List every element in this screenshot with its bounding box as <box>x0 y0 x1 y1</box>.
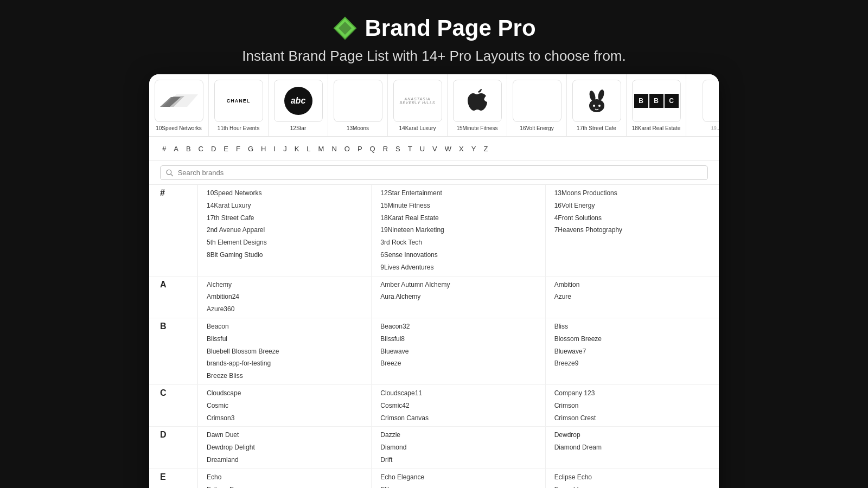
alpha-a[interactable]: A <box>171 144 181 154</box>
list-item[interactable]: Azure360 <box>207 303 362 316</box>
alpha-r[interactable]: R <box>381 144 390 154</box>
list-item[interactable]: Cloudscape11 <box>380 387 536 400</box>
logo-card-chanel[interactable]: CHANEL 11th Hour Events <box>209 74 269 137</box>
alpha-x[interactable]: X <box>457 144 466 154</box>
list-item[interactable]: Cloudscape <box>207 387 362 400</box>
alpha-w[interactable]: W <box>443 144 454 154</box>
alpha-n[interactable]: N <box>329 144 339 154</box>
list-item[interactable]: Azure <box>554 291 710 303</box>
logo-card-bbc[interactable]: B B C 18Karat Real Estate <box>627 74 686 137</box>
list-item[interactable]: 14Karat Luxury <box>207 200 362 212</box>
list-item[interactable]: Emerald <box>554 484 710 488</box>
list-item[interactable]: Crimson3 <box>207 412 362 425</box>
list-item[interactable]: Diamond <box>380 441 536 454</box>
alpha-i[interactable]: I <box>272 144 278 154</box>
list-item[interactable]: Bluebell Blossom Breeze <box>207 345 362 358</box>
list-item[interactable]: 10Speed Networks <box>207 187 362 200</box>
list-item[interactable]: Cosmic <box>207 400 362 412</box>
list-item[interactable]: Crimson Canvas <box>380 412 536 425</box>
list-item[interactable]: Beacon32 <box>380 320 536 333</box>
list-item[interactable]: brands-app-for-testing <box>207 357 362 370</box>
list-item[interactable]: Dewdrop <box>554 429 710 441</box>
alpha-z[interactable]: Z <box>481 144 490 154</box>
alpha-c[interactable]: C <box>196 144 206 154</box>
list-item[interactable]: Blossom Breeze <box>554 333 710 345</box>
brand-letter-hash: # <box>149 185 198 276</box>
alpha-e[interactable]: E <box>221 144 231 154</box>
list-item[interactable]: 6Sense Innovations <box>380 249 536 261</box>
alpha-v[interactable]: V <box>430 144 439 154</box>
list-item[interactable]: Ambition24 <box>207 291 362 303</box>
logo-card-apple[interactable]: 15Minute Fitness <box>448 74 507 137</box>
list-item[interactable]: Blissful <box>207 333 362 345</box>
list-item[interactable]: Drift <box>380 454 536 466</box>
alpha-hash[interactable]: # <box>160 144 168 154</box>
list-item[interactable]: Ambition <box>554 279 710 291</box>
list-item[interactable]: Bluewave <box>380 345 536 358</box>
list-item[interactable]: Dawn Duet <box>207 429 362 441</box>
alpha-l[interactable]: L <box>304 144 312 154</box>
logo-card-reebok[interactable]: 10Speed Networks <box>149 74 209 137</box>
alpha-o[interactable]: O <box>342 144 352 154</box>
alpha-u[interactable]: U <box>418 144 427 154</box>
list-item[interactable]: Eclipse Echo <box>554 471 710 484</box>
alpha-h[interactable]: H <box>259 144 268 154</box>
list-item[interactable]: Crimson Crest <box>554 412 710 425</box>
svg-point-10 <box>167 170 171 175</box>
list-item[interactable]: 3rd Rock Tech <box>380 236 536 249</box>
list-item[interactable]: Alchemy <box>207 279 362 291</box>
list-item[interactable]: Amber Autumn Alchemy <box>380 279 536 291</box>
alpha-g[interactable]: G <box>246 144 256 154</box>
list-item[interactable]: Diamond Dream <box>554 441 710 454</box>
alpha-m[interactable]: M <box>316 144 327 154</box>
search-input[interactable] <box>178 169 702 177</box>
list-item[interactable]: Elite <box>380 484 536 488</box>
logo-card-anastasia[interactable]: ANASTASIA BEVERLY HILLS 14Karat Luxury <box>388 74 448 137</box>
list-item[interactable]: 13Moons Productions <box>554 187 710 200</box>
alpha-y[interactable]: Y <box>469 144 478 154</box>
list-item[interactable]: 4Front Solutions <box>554 212 710 224</box>
alpha-q[interactable]: Q <box>368 144 378 154</box>
alpha-j[interactable]: J <box>281 144 289 154</box>
logo-img-extra <box>703 80 719 122</box>
logo-card-abc[interactable]: abc 12Star <box>269 74 328 137</box>
list-item[interactable]: Breeze9 <box>554 357 710 370</box>
list-item[interactable]: Breeze Bliss <box>207 370 362 382</box>
list-item[interactable]: 5th Element Designs <box>207 236 362 249</box>
list-item[interactable]: 15Minute Fitness <box>380 200 536 212</box>
list-item[interactable]: Dazzle <box>380 429 536 441</box>
alpha-b[interactable]: B <box>184 144 193 154</box>
list-item[interactable]: 2nd Avenue Apparel <box>207 224 362 236</box>
list-item[interactable]: Aura Alchemy <box>380 291 536 303</box>
logo-card-aveda[interactable]: AVEDA 16Volt Energy <box>507 74 567 137</box>
logo-card-adidas[interactable]: adidas 13Moons <box>328 74 388 137</box>
alpha-d[interactable]: D <box>209 144 218 154</box>
list-item[interactable]: 12Star Entertainment <box>380 187 536 200</box>
logo-card-bunny[interactable]: 17th Street Cafe <box>567 74 627 137</box>
list-item[interactable]: Cosmic42 <box>380 400 536 412</box>
list-item[interactable]: Dewdrop Delight <box>207 441 362 454</box>
list-item[interactable]: Dreamland <box>207 454 362 466</box>
list-item[interactable]: 17th Street Cafe <box>207 212 362 224</box>
list-item[interactable]: Crimson <box>554 400 710 412</box>
list-item[interactable]: 16Volt Energy <box>554 200 710 212</box>
alpha-k[interactable]: K <box>292 144 302 154</box>
list-item[interactable]: Eclipse Essence <box>207 484 362 488</box>
alpha-t[interactable]: T <box>406 144 414 154</box>
list-item[interactable]: 19Nineteen Marketing <box>380 224 536 236</box>
list-item[interactable]: 9Lives Adventures <box>380 261 536 274</box>
alpha-p[interactable]: P <box>355 144 365 154</box>
list-item[interactable]: Bliss <box>554 320 710 333</box>
alpha-f[interactable]: F <box>234 144 242 154</box>
list-item[interactable]: Breeze <box>380 357 536 370</box>
list-item[interactable]: Echo <box>207 471 362 484</box>
list-item[interactable]: Echo Elegance <box>380 471 536 484</box>
list-item[interactable]: 18Karat Real Estate <box>380 212 536 224</box>
list-item[interactable]: Bluewave7 <box>554 345 710 358</box>
list-item[interactable]: 8Bit Gaming Studio <box>207 249 362 261</box>
list-item[interactable]: Company 123 <box>554 387 710 400</box>
alpha-s[interactable]: S <box>393 144 403 154</box>
list-item[interactable]: Blissful8 <box>380 333 536 345</box>
list-item[interactable]: Beacon <box>207 320 362 333</box>
list-item[interactable]: 7Heavens Photography <box>554 224 710 236</box>
